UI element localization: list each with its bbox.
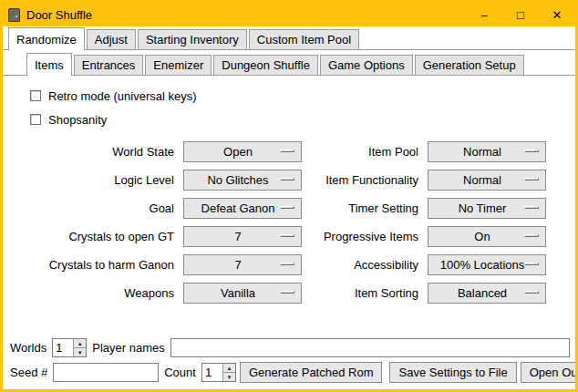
progressive-items-label: Progressive Items [307, 230, 422, 243]
worlds-label: Worlds [8, 341, 48, 355]
shopsanity-checkbox[interactable]: Shopsanity [30, 110, 575, 129]
tab-adjust[interactable]: Adjust [87, 29, 136, 49]
tab-dungeon-shuffle[interactable]: Dungeon Shuffle [213, 55, 318, 75]
dropdown-indicator-icon [280, 150, 294, 152]
checkbox-icon [30, 114, 41, 125]
dropdown-indicator-icon [524, 234, 539, 237]
checkbox-label: Retro mode (universal keys) [48, 89, 197, 103]
count-spinner[interactable]: ▲ ▼ [201, 363, 236, 382]
crystals-harm-ganon-label: Crystals to harm Ganon [39, 258, 178, 272]
dropdown-indicator-icon [280, 291, 294, 294]
dropdown-indicator-icon [524, 263, 539, 265]
worlds-spinner[interactable]: ▲ ▼ [52, 338, 87, 357]
dropdown-value: Vanilla [221, 286, 264, 300]
world-state-label: World State [39, 145, 178, 159]
checkbox-group: Retro mode (universal keys) Shopsanity [30, 87, 575, 129]
dropdown-indicator-icon [280, 263, 294, 265]
goal-label: Goal [39, 201, 178, 215]
maximize-button[interactable]: □ [502, 3, 539, 26]
dropdown-indicator-icon [524, 291, 539, 294]
dropdown-item-functionality[interactable]: Normal [428, 170, 546, 191]
outer-tabbar: Randomize Adjust Starting Inventory Cust… [3, 26, 575, 50]
tab-enemizer[interactable]: Enemizer [145, 55, 212, 75]
dropdown-progressive-items[interactable]: On [428, 226, 546, 247]
retro-mode-checkbox[interactable]: Retro mode (universal keys) [30, 87, 575, 105]
dropdown-indicator-icon [524, 178, 539, 181]
dropdown-value: No Glitches [207, 173, 277, 187]
checkbox-icon [30, 90, 41, 101]
player-names-input[interactable] [170, 338, 570, 357]
spinner-up-icon[interactable]: ▲ [223, 364, 235, 373]
dropdown-crystals-open-gt[interactable]: 7 [183, 226, 302, 247]
dropdown-value: Defeat Ganon [201, 201, 284, 215]
close-button[interactable]: ✕ [539, 3, 575, 26]
count-input[interactable] [202, 364, 222, 381]
dropdown-indicator-icon [524, 206, 539, 209]
tab-generation-setup[interactable]: Generation Setup [415, 55, 524, 75]
tab-items[interactable]: Items [26, 53, 72, 76]
settings-grid: World State Open Item Pool Normal Logic … [39, 141, 575, 304]
seed-label: Seed # [8, 366, 49, 379]
tab-game-options[interactable]: Game Options [320, 55, 413, 75]
generate-patched-rom-button[interactable]: Generate Patched Rom [240, 362, 383, 383]
window-controls: – □ ✕ [466, 3, 575, 26]
inner-tabbar: Items Entrances Enemizer Dungeon Shuffle… [3, 52, 575, 76]
dropdown-value: No Timer [459, 201, 516, 215]
worlds-row: Worlds ▲ ▼ Player names [8, 338, 570, 357]
weapons-label: Weapons [39, 286, 178, 300]
dropdown-value: Open [223, 145, 262, 159]
dropdown-indicator-icon [280, 234, 294, 237]
save-settings-button[interactable]: Save Settings to File [389, 362, 516, 383]
tab-entrances[interactable]: Entrances [74, 55, 144, 75]
dropdown-value: 100% Locations [440, 258, 534, 272]
dropdown-value: Normal [463, 145, 511, 159]
item-functionality-label: Item Functionality [307, 173, 422, 187]
dropdown-item-pool[interactable]: Normal [428, 141, 546, 162]
dropdown-world-state[interactable]: Open [183, 141, 302, 162]
logic-level-label: Logic Level [39, 173, 178, 187]
seed-row: Seed # Count ▲ ▼ Generate Patched Rom Sa… [8, 362, 570, 383]
dropdown-accessibility[interactable]: 100% Locations [428, 254, 546, 275]
app-icon [8, 8, 20, 22]
dropdown-item-sorting[interactable]: Balanced [428, 283, 546, 304]
spinner-down-icon[interactable]: ▼ [74, 348, 86, 356]
title-bar: Door Shuffle – □ ✕ [3, 3, 575, 26]
tab-custom-item-pool[interactable]: Custom Item Pool [249, 29, 359, 49]
dropdown-indicator-icon [280, 178, 294, 181]
bottom-controls: Worlds ▲ ▼ Player names Seed # Count ▲ ▼ [8, 338, 570, 383]
accessibility-label: Accessibility [307, 258, 422, 272]
dropdown-indicator-icon [524, 150, 539, 152]
open-output-directory-button[interactable]: Open Output Directory [521, 362, 578, 383]
door-shuffle-window: Door Shuffle – □ ✕ Randomize Adjust Star… [0, 0, 578, 392]
item-pool-label: Item Pool [307, 145, 422, 159]
crystals-open-gt-label: Crystals to open GT [39, 230, 178, 243]
checkbox-label: Shopsanity [48, 113, 107, 127]
dropdown-value: On [474, 230, 499, 243]
count-label: Count [162, 366, 198, 379]
spinner-down-icon[interactable]: ▼ [223, 373, 235, 381]
spinner-buttons: ▲ ▼ [222, 364, 235, 381]
dropdown-value: 7 [234, 230, 250, 243]
dropdown-crystals-harm-ganon[interactable]: 7 [183, 254, 302, 275]
worlds-input[interactable] [53, 339, 73, 356]
tab-starting-inventory[interactable]: Starting Inventory [138, 29, 247, 49]
spinner-up-icon[interactable]: ▲ [74, 339, 86, 348]
dropdown-value: 7 [234, 258, 250, 272]
dropdown-logic-level[interactable]: No Glitches [183, 170, 302, 191]
player-names-label: Player names [90, 341, 166, 355]
spinner-buttons: ▲ ▼ [73, 339, 86, 356]
dropdown-value: Normal [463, 173, 511, 187]
dropdown-weapons[interactable]: Vanilla [183, 283, 302, 304]
tab-randomize[interactable]: Randomize [8, 27, 85, 50]
dropdown-value: Balanced [458, 286, 516, 300]
seed-input[interactable] [53, 363, 159, 382]
timer-setting-label: Timer Setting [307, 201, 422, 215]
item-sorting-label: Item Sorting [307, 286, 422, 300]
dropdown-goal[interactable]: Defeat Ganon [183, 198, 302, 219]
minimize-button[interactable]: – [466, 3, 502, 26]
dropdown-indicator-icon [280, 206, 294, 209]
dropdown-timer-setting[interactable]: No Timer [428, 198, 546, 219]
window-title: Door Shuffle [26, 8, 92, 22]
